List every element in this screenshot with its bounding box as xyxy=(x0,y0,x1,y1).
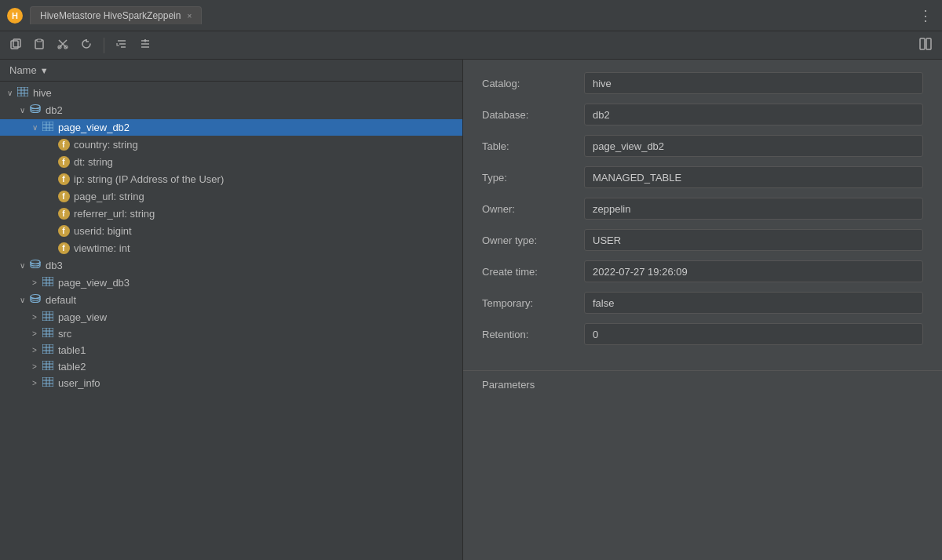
tree-arrow-page-view[interactable]: > xyxy=(28,313,41,322)
collapse-button[interactable] xyxy=(136,36,155,54)
field-icon-viewtime: f xyxy=(57,242,71,254)
tree-label-page-view: page_view xyxy=(58,311,462,323)
layout-button[interactable] xyxy=(915,35,936,55)
db-icon-db2 xyxy=(28,104,42,117)
svg-text:H: H xyxy=(12,11,18,20)
table-icon-src xyxy=(41,328,55,340)
tree-label-db3: db3 xyxy=(46,260,462,271)
field-icon-referrer-url: f xyxy=(57,207,71,220)
owner-value: zeppelin xyxy=(584,198,923,220)
tree-label-db2: db2 xyxy=(46,104,462,116)
field-icon-page-url: f xyxy=(57,190,71,202)
tree-item-hive[interactable]: ∨ hive xyxy=(0,85,462,101)
retention-row: Retention: 0 xyxy=(482,323,923,345)
tree-arrow-default[interactable]: ∨ xyxy=(16,296,28,304)
left-panel: Name ▼ ∨ hive ∨ db2 xyxy=(0,60,463,560)
create-time-row: Create time: 2022-07-27 19:26:09 xyxy=(482,260,923,282)
tree-item-referrer-url[interactable]: f referrer_url: string xyxy=(0,205,462,222)
table-icon-page-view-db2 xyxy=(41,122,55,133)
table-icon-user-info xyxy=(41,377,55,389)
svg-rect-17 xyxy=(920,38,925,49)
tree-label-page-view-db2: page_view_db2 xyxy=(58,122,462,133)
toolbar xyxy=(0,31,942,60)
type-label: Type: xyxy=(482,172,584,184)
refresh-button[interactable] xyxy=(77,36,96,54)
tree-item-src[interactable]: > src xyxy=(0,325,462,342)
catalog-row: Catalog: hive xyxy=(482,72,923,94)
expand-button[interactable] xyxy=(112,36,131,54)
tree-label-table2: table2 xyxy=(58,361,462,373)
owner-type-label: Owner type: xyxy=(482,235,584,246)
copy-button[interactable] xyxy=(6,36,25,54)
svg-rect-47 xyxy=(42,344,53,354)
tree-label-ip: ip: string (IP Address of the User) xyxy=(74,173,462,185)
table-icon-table2 xyxy=(41,361,55,373)
db-icon-db3 xyxy=(28,259,42,272)
owner-type-row: Owner type: USER xyxy=(482,229,923,251)
field-icon-country: f xyxy=(57,138,71,151)
type-row: Type: MANAGED_TABLE xyxy=(482,166,923,188)
tree-arrow-user-info[interactable]: > xyxy=(28,379,41,387)
tree-item-ip[interactable]: f ip: string (IP Address of the User) xyxy=(0,170,462,187)
app-logo: H xyxy=(6,7,24,24)
tree-arrow-db2[interactable]: ∨ xyxy=(16,106,28,115)
svg-rect-42 xyxy=(42,328,53,337)
owner-row: Owner: zeppelin xyxy=(482,198,923,220)
owner-label: Owner: xyxy=(482,203,584,215)
tree-arrow-hive[interactable]: ∨ xyxy=(3,89,16,97)
detail-section: Catalog: hive Database: db2 Table: page_… xyxy=(463,60,942,367)
tree-arrow-src[interactable]: > xyxy=(28,329,41,338)
tree-item-table1[interactable]: > table1 xyxy=(0,342,462,358)
tree-item-db3[interactable]: ∨ db3 xyxy=(0,256,462,275)
tree-item-country[interactable]: f country: string xyxy=(0,136,462,153)
tree-label-hive: hive xyxy=(33,87,462,99)
tree-item-page-view-db2[interactable]: ∨ page_view_db2 xyxy=(0,119,462,136)
tree-item-page-url[interactable]: f page_url: string xyxy=(0,187,462,205)
tree-item-dt[interactable]: f dt: string xyxy=(0,153,462,170)
tree-arrow-page-view-db2[interactable]: ∨ xyxy=(28,123,41,132)
retention-value: 0 xyxy=(584,323,923,345)
tree-item-user-info[interactable]: > user_info xyxy=(0,375,462,391)
catalog-value: hive xyxy=(584,72,923,94)
tree-arrow-table2[interactable]: > xyxy=(28,362,41,371)
tree-item-table2[interactable]: > table2 xyxy=(0,358,462,375)
tree-arrow-db3[interactable]: ∨ xyxy=(16,261,28,270)
type-value: MANAGED_TABLE xyxy=(584,166,923,188)
database-value: db2 xyxy=(584,104,923,125)
title-bar: H HiveMetastore HiveSparkZeppein × ⋮ xyxy=(0,0,942,31)
tree-item-db2[interactable]: ∨ db2 xyxy=(0,101,462,119)
title-menu-button[interactable]: ⋮ xyxy=(915,4,936,27)
tab-label: HiveMetastore HiveSparkZeppein xyxy=(40,10,181,21)
tree-item-userid[interactable]: f userid: bigint xyxy=(0,222,462,239)
paste-button[interactable] xyxy=(30,36,49,54)
svg-rect-18 xyxy=(926,38,931,49)
main-content: Name ▼ ∨ hive ∨ db2 xyxy=(0,60,942,560)
toolbar-separator xyxy=(104,38,104,53)
table-row: Table: page_view_db2 xyxy=(482,135,923,157)
tree-label-userid: userid: bigint xyxy=(74,225,462,237)
cut-button[interactable] xyxy=(53,36,72,54)
title-tab[interactable]: HiveMetastore HiveSparkZeppein × xyxy=(30,6,202,24)
tree-item-default[interactable]: ∨ default xyxy=(0,291,462,309)
tree-label-page-url: page_url: string xyxy=(74,191,462,202)
create-time-value: 2022-07-27 19:26:09 xyxy=(584,260,923,282)
tree-item-viewtime[interactable]: f viewtime: int xyxy=(0,239,462,256)
tab-close-button[interactable]: × xyxy=(187,12,192,20)
database-row: Database: db2 xyxy=(482,104,923,125)
header-sort-icon[interactable]: ▼ xyxy=(40,66,49,75)
tree-item-page-view[interactable]: > page_view xyxy=(0,309,462,325)
owner-type-value: USER xyxy=(584,229,923,251)
parameters-header: Parameters xyxy=(463,370,942,395)
table-icon-table1 xyxy=(41,344,55,356)
panel-header: Name ▼ xyxy=(0,60,462,82)
tree-arrow-page-view-db3[interactable]: > xyxy=(28,278,41,287)
svg-rect-37 xyxy=(42,311,53,321)
tree: ∨ hive ∨ db2 ∨ page_view_db2 xyxy=(0,82,462,395)
header-name-label: Name xyxy=(9,64,37,76)
tree-item-page-view-db3[interactable]: > page_view_db3 xyxy=(0,275,462,291)
svg-rect-31 xyxy=(42,277,53,286)
field-icon-userid: f xyxy=(57,224,71,237)
retention-label: Retention: xyxy=(482,329,584,340)
db-icon-default xyxy=(28,293,42,307)
tree-arrow-table1[interactable]: > xyxy=(28,346,41,355)
